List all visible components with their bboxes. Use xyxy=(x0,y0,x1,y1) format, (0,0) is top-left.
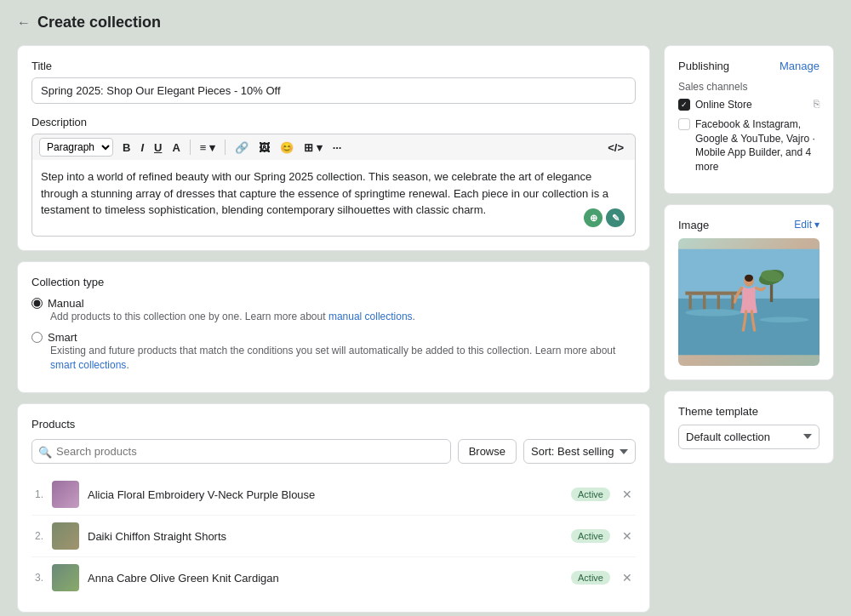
editor-action-2[interactable]: ✎ xyxy=(606,208,625,227)
search-input-wrap: 🔍 xyxy=(31,439,451,464)
product-list: 1. Alicia Floral Embroidery V-Neck Purpl… xyxy=(31,474,636,598)
product-remove-button[interactable]: ✕ xyxy=(619,488,636,501)
online-store-text: Online Store xyxy=(695,98,752,112)
emoji-button[interactable]: 😊 xyxy=(276,140,298,156)
channel-online-store: Online Store ⎘ xyxy=(678,98,820,112)
channel-social: Facebook & Instagram, Google & YouTube, … xyxy=(678,117,820,174)
back-button[interactable]: ← xyxy=(17,15,31,31)
paragraph-select[interactable]: Paragraph xyxy=(39,138,113,157)
manual-option: Manual Add products to this collection o… xyxy=(31,297,636,324)
smart-desc: Existing and future products that match … xyxy=(50,344,636,373)
editor-body[interactable]: Step into a world of refined beauty with… xyxy=(31,160,636,237)
smart-label-text: Smart xyxy=(48,331,77,344)
product-name: Anna Cabre Olive Green Knit Cardigan xyxy=(88,572,563,585)
svg-rect-6 xyxy=(703,295,705,310)
smart-option: Smart Existing and future products that … xyxy=(31,331,636,373)
theme-template-title: Theme template xyxy=(678,405,820,418)
manual-radio-label[interactable]: Manual xyxy=(31,297,636,310)
image-title: Image xyxy=(678,219,709,231)
sales-channels-label: Sales channels xyxy=(678,81,820,93)
product-thumb xyxy=(52,564,79,591)
toolbar-divider xyxy=(190,140,191,155)
search-input[interactable] xyxy=(31,439,451,464)
svg-rect-5 xyxy=(688,295,691,310)
table-button[interactable]: ⊞ ▾ xyxy=(300,140,327,156)
status-badge: Active xyxy=(571,571,610,585)
image-insert-button[interactable]: 🖼 xyxy=(254,140,274,156)
manual-collections-link[interactable]: manual collections xyxy=(328,311,413,322)
color-button[interactable]: A xyxy=(168,140,184,156)
product-num: 1. xyxy=(31,488,43,500)
collection-image xyxy=(678,238,820,366)
editor-toolbar: Paragraph B I U A ≡ ▾ 🔗 🖼 😊 ⊞ ▾ ··· xyxy=(31,134,636,160)
theme-template-select[interactable]: Default collection xyxy=(678,425,820,449)
svg-point-3 xyxy=(759,317,808,322)
status-badge: Active xyxy=(571,529,610,543)
product-row: 3. Anna Cabre Olive Green Knit Cardigan … xyxy=(31,557,636,598)
title-label: Title xyxy=(31,60,636,72)
status-badge: Active xyxy=(571,488,610,501)
more-button[interactable]: ··· xyxy=(328,140,346,156)
manual-desc: Add products to this collection one by o… xyxy=(50,310,636,324)
main-layout: Title Description Paragraph B I U A xyxy=(17,45,834,616)
page-title: Create collection xyxy=(37,14,161,31)
page-header: ← Create collection xyxy=(17,14,834,31)
toolbar-divider-2 xyxy=(225,140,226,155)
title-input[interactable] xyxy=(31,77,636,104)
svg-rect-7 xyxy=(717,295,720,310)
image-edit-button[interactable]: Edit ▾ xyxy=(794,219,820,231)
theme-template-card: Theme template Default collection xyxy=(664,391,834,464)
products-card: Products 🔍 Browse Sort: Best selling 1. … xyxy=(17,403,650,613)
social-check[interactable] xyxy=(678,118,690,130)
manage-link[interactable]: Manage xyxy=(780,60,820,72)
product-remove-button[interactable]: ✕ xyxy=(619,571,636,585)
browse-button[interactable]: Browse xyxy=(458,439,517,464)
smart-radio-label[interactable]: Smart xyxy=(31,331,636,344)
left-column: Title Description Paragraph B I U A xyxy=(17,45,650,616)
bold-button[interactable]: B xyxy=(118,140,134,156)
title-card: Title Description Paragraph B I U A xyxy=(17,45,650,251)
product-row: 1. Alicia Floral Embroidery V-Neck Purpl… xyxy=(31,474,636,516)
description-content: Step into a world of refined beauty with… xyxy=(41,168,626,219)
editor-action-1[interactable]: ⊕ xyxy=(584,208,603,227)
product-row: 2. Daiki Chiffon Straight Shorts Active … xyxy=(31,516,636,557)
products-search-row: 🔍 Browse Sort: Best selling xyxy=(31,439,636,464)
manual-label-text: Manual xyxy=(48,297,84,310)
product-thumb xyxy=(52,481,79,508)
online-store-check[interactable] xyxy=(678,99,690,111)
code-button[interactable]: </> xyxy=(603,140,628,156)
collection-image-svg xyxy=(678,238,820,366)
svg-rect-4 xyxy=(685,292,741,295)
link-button[interactable]: 🔗 xyxy=(231,140,253,156)
publishing-card: Publishing Manage Sales channels Online … xyxy=(664,45,834,194)
svg-point-2 xyxy=(685,309,741,316)
collection-type-card: Collection type Manual Add products to t… xyxy=(17,261,650,393)
product-name: Daiki Chiffon Straight Shorts xyxy=(88,530,563,543)
collection-type-title: Collection type xyxy=(31,276,636,288)
manual-radio[interactable] xyxy=(31,298,43,309)
social-text: Facebook & Instagram, Google & YouTube, … xyxy=(695,117,820,174)
image-card: Image Edit ▾ xyxy=(664,204,834,380)
description-label: Description xyxy=(31,116,636,128)
publishing-header: Publishing Manage xyxy=(678,60,820,72)
chevron-down-icon: ▾ xyxy=(814,219,820,231)
italic-button[interactable]: I xyxy=(136,140,148,156)
sort-select[interactable]: Sort: Best selling xyxy=(523,439,636,464)
page-wrapper: ← Create collection Title Description Pa… xyxy=(17,14,834,616)
svg-point-13 xyxy=(745,275,753,282)
smart-collections-link[interactable]: smart collections xyxy=(50,359,126,371)
search-icon: 🔍 xyxy=(38,445,52,458)
image-header: Image Edit ▾ xyxy=(678,219,820,231)
align-button[interactable]: ≡ ▾ xyxy=(196,140,220,156)
product-num: 2. xyxy=(31,530,43,542)
right-column: Publishing Manage Sales channels Online … xyxy=(664,45,834,464)
smart-radio[interactable] xyxy=(31,332,43,343)
publishing-title: Publishing xyxy=(678,60,729,72)
copy-icon[interactable]: ⎘ xyxy=(814,98,820,110)
product-num: 3. xyxy=(31,572,43,584)
products-title: Products xyxy=(31,418,636,431)
product-name: Alicia Floral Embroidery V-Neck Purple B… xyxy=(88,488,563,501)
product-thumb xyxy=(52,522,79,550)
underline-button[interactable]: U xyxy=(150,140,166,156)
product-remove-button[interactable]: ✕ xyxy=(619,529,636,543)
